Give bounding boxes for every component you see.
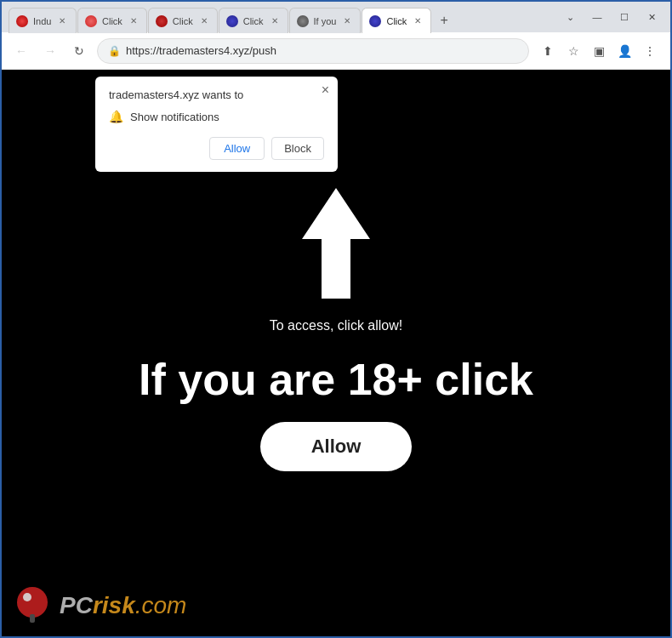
- tab-label-ifyou: If you: [314, 16, 337, 26]
- tab-click1[interactable]: Click ✕: [77, 8, 147, 33]
- window-controls: ⌄ — ☐ ✕: [558, 9, 663, 26]
- browser-window: Indu ✕ Click ✕ Click ✕ Click ✕ If you: [0, 0, 672, 638]
- back-button[interactable]: ←: [10, 40, 32, 62]
- popup-block-button[interactable]: Block: [271, 137, 324, 160]
- watermark-text: PCrisk.com: [60, 592, 186, 619]
- tab-label-click1: Click: [102, 16, 122, 26]
- tab-favicon-indu: [16, 15, 28, 27]
- tab-close-ifyou[interactable]: ✕: [341, 15, 353, 27]
- tab-label-indu: Indu: [33, 16, 51, 26]
- title-bar: Indu ✕ Click ✕ Click ✕ Click ✕ If you: [2, 2, 670, 32]
- tab-group: Indu ✕ Click ✕ Click ✕ Click ✕ If you: [9, 2, 456, 32]
- popup-permission-text: Show notifications: [130, 111, 219, 123]
- reload-button[interactable]: ↻: [68, 40, 90, 62]
- allow-button[interactable]: Allow: [260, 422, 413, 471]
- forward-button[interactable]: →: [39, 40, 61, 62]
- tab-close-indu[interactable]: ✕: [56, 15, 68, 27]
- lock-icon: 🔒: [108, 45, 121, 57]
- chevron-down-button[interactable]: ⌄: [558, 9, 582, 26]
- tab-close-click1[interactable]: ✕: [128, 15, 140, 27]
- toolbar-right: ⬆ ☆ ▣ 👤 ⋮: [536, 39, 662, 63]
- tab-indu[interactable]: Indu ✕: [9, 8, 77, 33]
- tab-favicon-click3: [226, 15, 238, 27]
- profile-button[interactable]: 👤: [612, 39, 636, 63]
- tab-label-click4: Click: [386, 16, 407, 26]
- tab-click3[interactable]: Click ✕: [219, 8, 288, 33]
- watermark-domain-text: .com: [135, 592, 187, 618]
- big-text: If you are 18+ click: [139, 354, 533, 405]
- svg-marker-0: [302, 188, 370, 299]
- arrow-container: To access, click allow!: [270, 184, 403, 333]
- share-button[interactable]: ⬆: [536, 39, 560, 63]
- tab-click2[interactable]: Click ✕: [148, 8, 218, 33]
- svg-point-2: [23, 593, 31, 601]
- popup-title: trademasters4.xyz wants to: [109, 88, 324, 101]
- tab-label-click2: Click: [173, 16, 193, 26]
- tab-favicon-click2: [156, 15, 168, 27]
- watermark-logo-icon: [12, 585, 53, 626]
- notification-popup: × trademasters4.xyz wants to 🔔 Show noti…: [95, 77, 338, 172]
- bell-icon: 🔔: [109, 110, 123, 123]
- tablet-mode-button[interactable]: ▣: [587, 39, 611, 63]
- watermark-risk-text: risk: [93, 592, 135, 618]
- tab-favicon-click4: [369, 15, 381, 27]
- watermark-pc-text: PC: [60, 592, 93, 618]
- popup-close-button[interactable]: ×: [322, 83, 329, 97]
- url-bar[interactable]: 🔒 https://trademasters4.xyz/push: [97, 38, 529, 64]
- svg-rect-3: [30, 614, 35, 623]
- arrow-up-icon: [298, 184, 374, 303]
- tab-click4-active[interactable]: Click ✕: [362, 8, 431, 33]
- close-button[interactable]: ✕: [640, 9, 663, 26]
- tab-close-click3[interactable]: ✕: [269, 15, 281, 27]
- bookmark-button[interactable]: ☆: [561, 39, 585, 63]
- arrow-label: To access, click allow!: [270, 318, 403, 333]
- svg-point-1: [17, 587, 48, 618]
- url-text: https://trademasters4.xyz/push: [126, 44, 518, 57]
- maximize-button[interactable]: ☐: [612, 9, 636, 26]
- tab-close-click2[interactable]: ✕: [198, 15, 210, 27]
- new-tab-button[interactable]: +: [432, 9, 456, 32]
- watermark: PCrisk.com: [12, 585, 186, 626]
- tab-favicon-click1: [85, 15, 97, 27]
- menu-button[interactable]: ⋮: [638, 39, 662, 63]
- popup-buttons: Allow Block: [109, 137, 324, 160]
- tab-close-click4[interactable]: ✕: [412, 15, 424, 27]
- tab-ifyou[interactable]: If you ✕: [289, 8, 362, 33]
- page-content: × trademasters4.xyz wants to 🔔 Show noti…: [2, 70, 670, 636]
- tab-label-click3: Click: [243, 16, 264, 26]
- tab-favicon-ifyou: [297, 15, 309, 27]
- minimize-button[interactable]: —: [585, 9, 609, 26]
- popup-allow-button[interactable]: Allow: [209, 137, 265, 160]
- address-bar: ← → ↻ 🔒 https://trademasters4.xyz/push ⬆…: [2, 32, 670, 70]
- popup-permission-row: 🔔 Show notifications: [109, 110, 324, 123]
